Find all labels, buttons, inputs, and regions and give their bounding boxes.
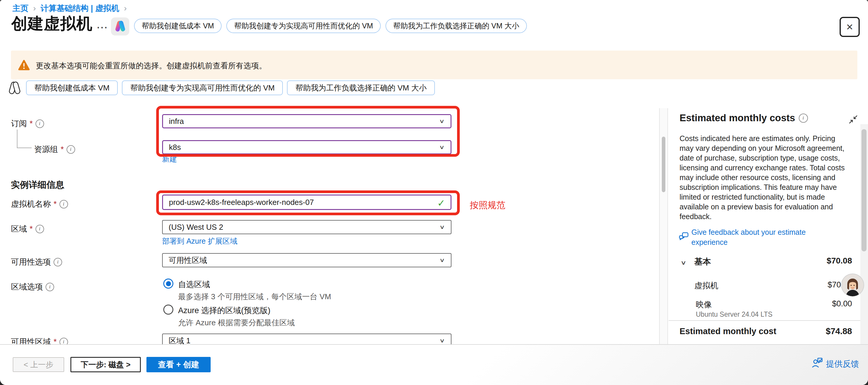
footer-bar: < 上一步 下一步: 磁盘 > 查看 + 创建 提供反馈: [0, 344, 868, 385]
vm-name-label: 虚拟机名称 * i: [11, 199, 68, 210]
estimate-feedback-link[interactable]: Give feedback about your estimate experi…: [691, 227, 839, 247]
resource-group-value: k8s: [169, 143, 181, 152]
resource-group-dropdown[interactable]: k8s ∨: [162, 140, 452, 154]
cost-total-label: Estimated monthly cost: [680, 326, 776, 336]
assist-high-availability-vm-button[interactable]: 帮助我创建专为实现高可用性而优化的 VM: [226, 19, 380, 33]
warning-text: 更改基本选项可能会重置所做的选择。创建虚拟机前查看所有选项。: [36, 61, 267, 71]
cost-panel-header: Estimated monthly costs i: [680, 113, 808, 124]
assist-low-cost-vm-button[interactable]: 帮助我创建低成本 VM: [134, 19, 222, 33]
required-mark: *: [30, 119, 33, 128]
required-mark: *: [30, 224, 33, 234]
cost-row-image-value: $0.00: [781, 299, 852, 309]
cost-row-basic-value: $70.08: [781, 256, 852, 265]
cost-row-basic-label[interactable]: 基本: [694, 256, 711, 267]
cost-panel-title: Estimated monthly costs: [680, 113, 795, 124]
warning-banner: 更改基本选项可能会重置所做的选择。创建虚拟机前查看所有选项。: [11, 51, 857, 79]
info-icon[interactable]: i: [35, 120, 44, 128]
zone-options-label-text: 区域选项: [11, 282, 43, 292]
tree-connector-horizontal: [17, 148, 32, 148]
review-create-button[interactable]: 查看 + 创建: [147, 357, 211, 372]
availability-options-label-text: 可用性选项: [11, 257, 51, 267]
give-feedback-link[interactable]: 提供反馈: [826, 358, 859, 370]
copilot-suggestions-top: 帮助我创建低成本 VM 帮助我创建专为实现高可用性而优化的 VM 帮助我为工作负…: [134, 19, 527, 33]
subscription-label: 订阅 * i: [11, 118, 44, 129]
radio-dot: [166, 281, 171, 286]
info-icon[interactable]: i: [799, 114, 808, 123]
zone-options-label: 区域选项 i: [11, 282, 54, 292]
cost-row-vm-label: 虚拟机: [694, 280, 718, 291]
availability-options-label: 可用性选项 i: [11, 257, 62, 267]
avatar-image: [841, 273, 864, 297]
close-icon: ✕: [846, 22, 853, 32]
feedback-bubbles-icon: [678, 231, 690, 243]
close-button[interactable]: ✕: [840, 17, 860, 37]
region-label: 区域 * i: [11, 224, 44, 234]
availability-options-value: 可用性区域: [168, 255, 207, 265]
previous-step-button[interactable]: < 上一步: [13, 357, 64, 372]
required-mark: *: [54, 200, 57, 209]
create-new-resource-group-link[interactable]: 新建: [162, 154, 177, 164]
subscription-dropdown[interactable]: infra ∨: [162, 114, 452, 128]
assist-right-size-vm-button[interactable]: 帮助我为工作负载选择正确的 VM 大小: [385, 19, 527, 33]
region-dropdown[interactable]: (US) West US 2 ∨: [162, 220, 452, 234]
cost-row-image-sub: Ubuntu Server 24.04 LTS: [696, 311, 772, 318]
tree-connector-vertical: [17, 130, 18, 148]
cost-total-value: $74.88: [781, 326, 852, 336]
breadcrumb-separator-icon: ›: [33, 4, 36, 13]
info-icon[interactable]: i: [45, 283, 54, 291]
feedback-person-icon: [811, 357, 824, 369]
info-icon[interactable]: i: [35, 225, 44, 233]
radio-self-selected-zones-label[interactable]: 自选区域: [178, 279, 210, 290]
avatar[interactable]: [841, 273, 864, 297]
region-label-text: 区域: [11, 224, 27, 234]
cost-row-image-label: 映像: [696, 299, 712, 310]
section-title-instance-details: 实例详细信息: [11, 179, 64, 191]
page-title: 创建虚拟机: [11, 13, 93, 35]
required-mark: *: [61, 145, 64, 154]
copilot-badge[interactable]: [111, 18, 129, 35]
copilot-suggestions-inline: 帮助我创建低成本 VM 帮助我创建专为实现高可用性而优化的 VM 帮助我为工作负…: [26, 81, 435, 95]
info-icon[interactable]: i: [59, 200, 68, 208]
assist-right-size-vm-button[interactable]: 帮助我为工作负载选择正确的 VM 大小: [287, 81, 435, 95]
vm-name-input[interactable]: [162, 195, 452, 210]
cost-panel-divider: [669, 320, 860, 321]
cost-panel-description: Costs indicated here are estimates only.…: [680, 134, 847, 222]
deploy-extended-zones-link[interactable]: 部署到 Azure 扩展区域: [162, 236, 237, 246]
breadcrumb-separator-icon: ›: [124, 4, 127, 13]
resource-group-label-text: 资源组: [34, 144, 58, 155]
chevron-down-icon: ∨: [439, 224, 445, 230]
warning-icon: [18, 59, 30, 71]
next-step-disks-button[interactable]: 下一步: 磁盘 >: [70, 357, 141, 372]
copilot-outline-icon: [8, 82, 21, 95]
info-icon[interactable]: i: [67, 145, 75, 154]
subscription-value: infra: [169, 117, 184, 126]
more-options-icon[interactable]: ⋯: [96, 21, 109, 34]
radio-azure-selected-zones[interactable]: [163, 304, 173, 315]
info-icon[interactable]: i: [54, 258, 62, 266]
radio-azure-selected-zones-description: 允许 Azure 根据需要分配最佳区域: [178, 318, 294, 328]
assist-high-availability-vm-button[interactable]: 帮助我创建专为实现高可用性而优化的 VM: [122, 81, 283, 95]
breadcrumb: 主页 › 计算基础结构 | 虚拟机 ›: [12, 3, 127, 13]
collapse-panel-icon[interactable]: [848, 114, 859, 125]
availability-options-dropdown[interactable]: 可用性区域 ∨: [162, 253, 452, 267]
radio-self-selected-zones-description: 最多选择 3 个可用性区域，每个区域一台 VM: [178, 292, 331, 302]
subscription-label-text: 订阅: [11, 118, 27, 129]
chevron-down-icon: ∨: [439, 257, 445, 263]
annotation-note: 按照规范: [470, 199, 505, 212]
radio-self-selected-zones[interactable]: [163, 279, 173, 289]
radio-azure-selected-zones-label[interactable]: Azure 选择的区域(预览版): [178, 305, 270, 316]
region-value: (US) West US 2: [168, 223, 223, 232]
create-vm-page: 主页 › 计算基础结构 | 虚拟机 › 创建虚拟机 ⋯ 帮助我创建低成本 VM: [0, 0, 868, 385]
assist-low-cost-vm-button[interactable]: 帮助我创建低成本 VM: [26, 81, 118, 95]
resource-group-label: 资源组 * i: [34, 144, 75, 155]
breadcrumb-section-link[interactable]: 计算基础结构 | 虚拟机: [40, 3, 119, 13]
collapse-basic-icon[interactable]: ∨: [680, 259, 687, 266]
chevron-down-icon: ∨: [439, 338, 445, 344]
chevron-down-icon: ∨: [439, 144, 445, 151]
breadcrumb-home-link[interactable]: 主页: [12, 3, 28, 13]
validation-check-icon: ✓: [437, 197, 445, 209]
main-scrollbar-thumb[interactable]: [662, 137, 665, 192]
chevron-down-icon: ∨: [439, 118, 445, 125]
vm-name-label-text: 虚拟机名称: [11, 199, 51, 210]
panel-scrollbar-thumb[interactable]: [862, 129, 867, 251]
